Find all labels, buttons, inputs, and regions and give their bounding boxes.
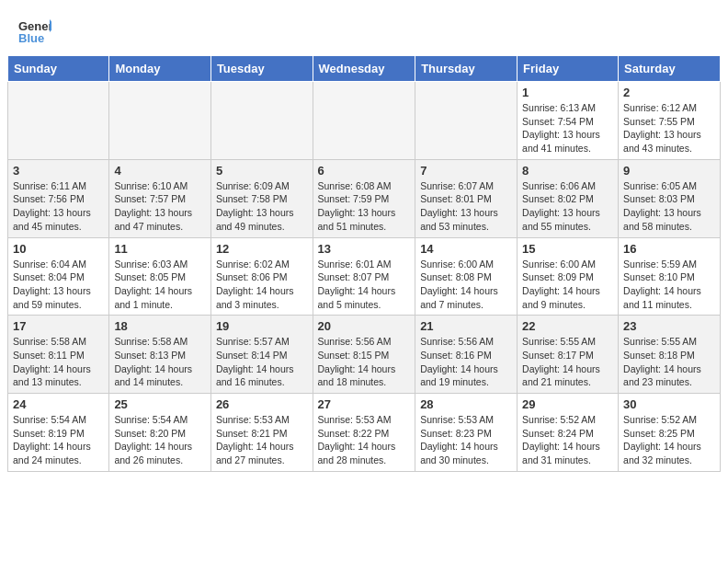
- logo-bird-icon: General Blue: [18, 15, 51, 48]
- svg-marker-2: [50, 19, 51, 32]
- day-cell: 12Sunrise: 6:02 AMSunset: 8:06 PMDayligh…: [210, 237, 313, 316]
- header-wednesday: Wednesday: [313, 56, 415, 82]
- header-thursday: Thursday: [415, 56, 518, 82]
- day-info: Sunrise: 5:58 AMSunset: 8:11 PMDaylight:…: [13, 335, 104, 389]
- day-cell: 7Sunrise: 6:07 AMSunset: 8:01 PMDaylight…: [415, 159, 518, 237]
- day-cell: 20Sunrise: 5:56 AMSunset: 8:15 PMDayligh…: [313, 316, 415, 394]
- day-number: 7: [420, 164, 512, 178]
- day-cell: 9Sunrise: 6:05 AMSunset: 8:03 PMDaylight…: [619, 159, 721, 237]
- day-cell: [109, 82, 211, 160]
- day-info: Sunrise: 5:59 AMSunset: 8:10 PMDaylight:…: [623, 258, 715, 312]
- day-number: 25: [114, 397, 206, 411]
- day-cell: 13Sunrise: 6:01 AMSunset: 8:07 PMDayligh…: [313, 237, 415, 316]
- header: General Blue: [0, 0, 728, 55]
- day-info: Sunrise: 6:10 AMSunset: 7:57 PMDaylight:…: [114, 179, 206, 234]
- day-info: Sunrise: 6:04 AMSunset: 8:04 PMDaylight:…: [13, 258, 104, 312]
- day-info: Sunrise: 5:56 AMSunset: 8:15 PMDaylight:…: [318, 335, 411, 389]
- calendar-table: Sunday Monday Tuesday Wednesday Thursday…: [7, 55, 721, 472]
- day-number: 21: [420, 319, 512, 333]
- header-tuesday: Tuesday: [210, 56, 313, 82]
- day-info: Sunrise: 6:02 AMSunset: 8:06 PMDaylight:…: [216, 258, 308, 312]
- day-number: 15: [522, 242, 613, 256]
- day-info: Sunrise: 5:53 AMSunset: 8:21 PMDaylight:…: [216, 413, 308, 467]
- day-number: 23: [623, 319, 715, 333]
- header-saturday: Saturday: [619, 56, 721, 82]
- day-info: Sunrise: 6:03 AMSunset: 8:05 PMDaylight:…: [114, 258, 206, 312]
- day-info: Sunrise: 6:09 AMSunset: 7:58 PMDaylight:…: [216, 179, 308, 234]
- day-cell: 2Sunrise: 6:12 AMSunset: 7:55 PMDaylight…: [619, 82, 721, 160]
- day-cell: 23Sunrise: 5:55 AMSunset: 8:18 PMDayligh…: [619, 316, 721, 394]
- svg-text:Blue: Blue: [18, 31, 44, 45]
- day-cell: 28Sunrise: 5:53 AMSunset: 8:23 PMDayligh…: [415, 394, 518, 472]
- day-info: Sunrise: 5:53 AMSunset: 8:22 PMDaylight:…: [318, 413, 411, 467]
- day-cell: [210, 82, 313, 160]
- week-row-4: 17Sunrise: 5:58 AMSunset: 8:11 PMDayligh…: [8, 316, 721, 394]
- days-header-row: Sunday Monday Tuesday Wednesday Thursday…: [8, 56, 721, 82]
- day-info: Sunrise: 5:55 AMSunset: 8:18 PMDaylight:…: [623, 335, 715, 389]
- day-info: Sunrise: 6:00 AMSunset: 8:09 PMDaylight:…: [522, 258, 613, 312]
- day-info: Sunrise: 6:06 AMSunset: 8:02 PMDaylight:…: [522, 179, 613, 234]
- day-cell: 17Sunrise: 5:58 AMSunset: 8:11 PMDayligh…: [8, 316, 109, 394]
- day-number: 28: [420, 397, 512, 411]
- day-number: 8: [522, 164, 613, 178]
- day-number: 4: [114, 164, 206, 178]
- day-cell: 26Sunrise: 5:53 AMSunset: 8:21 PMDayligh…: [210, 394, 313, 472]
- day-cell: 29Sunrise: 5:52 AMSunset: 8:24 PMDayligh…: [518, 394, 619, 472]
- day-cell: 3Sunrise: 6:11 AMSunset: 7:56 PMDaylight…: [8, 159, 109, 237]
- day-cell: 25Sunrise: 5:54 AMSunset: 8:20 PMDayligh…: [109, 394, 211, 472]
- day-number: 17: [13, 319, 104, 333]
- day-number: 6: [318, 164, 411, 178]
- day-info: Sunrise: 6:00 AMSunset: 8:08 PMDaylight:…: [420, 258, 512, 312]
- day-number: 18: [114, 319, 206, 333]
- day-cell: [415, 82, 518, 160]
- day-number: 2: [623, 86, 715, 99]
- week-row-2: 3Sunrise: 6:11 AMSunset: 7:56 PMDaylight…: [8, 159, 721, 237]
- day-cell: 4Sunrise: 6:10 AMSunset: 7:57 PMDaylight…: [109, 159, 211, 237]
- day-info: Sunrise: 5:54 AMSunset: 8:19 PMDaylight:…: [13, 413, 104, 467]
- day-number: 27: [318, 397, 411, 411]
- day-info: Sunrise: 5:54 AMSunset: 8:20 PMDaylight:…: [114, 413, 206, 467]
- day-info: Sunrise: 6:13 AMSunset: 7:54 PMDaylight:…: [522, 101, 613, 155]
- day-info: Sunrise: 5:52 AMSunset: 8:24 PMDaylight:…: [522, 413, 613, 467]
- day-cell: 1Sunrise: 6:13 AMSunset: 7:54 PMDaylight…: [518, 82, 619, 160]
- header-monday: Monday: [109, 56, 211, 82]
- day-cell: 22Sunrise: 5:55 AMSunset: 8:17 PMDayligh…: [518, 316, 619, 394]
- calendar-wrapper: Sunday Monday Tuesday Wednesday Thursday…: [0, 55, 728, 479]
- logo: General Blue: [18, 15, 51, 48]
- day-cell: 16Sunrise: 5:59 AMSunset: 8:10 PMDayligh…: [619, 237, 721, 316]
- day-info: Sunrise: 6:12 AMSunset: 7:55 PMDaylight:…: [623, 101, 715, 155]
- day-cell: 6Sunrise: 6:08 AMSunset: 7:59 PMDaylight…: [313, 159, 415, 237]
- day-number: 12: [216, 242, 308, 256]
- header-sunday: Sunday: [8, 56, 109, 82]
- day-cell: [8, 82, 109, 160]
- day-info: Sunrise: 6:07 AMSunset: 8:01 PMDaylight:…: [420, 179, 512, 234]
- day-cell: 15Sunrise: 6:00 AMSunset: 8:09 PMDayligh…: [518, 237, 619, 316]
- day-cell: 24Sunrise: 5:54 AMSunset: 8:19 PMDayligh…: [8, 394, 109, 472]
- day-cell: 30Sunrise: 5:52 AMSunset: 8:25 PMDayligh…: [619, 394, 721, 472]
- day-info: Sunrise: 5:58 AMSunset: 8:13 PMDaylight:…: [114, 335, 206, 389]
- day-number: 11: [114, 242, 206, 256]
- day-number: 14: [420, 242, 512, 256]
- day-cell: 14Sunrise: 6:00 AMSunset: 8:08 PMDayligh…: [415, 237, 518, 316]
- day-cell: 21Sunrise: 5:56 AMSunset: 8:16 PMDayligh…: [415, 316, 518, 394]
- day-info: Sunrise: 6:05 AMSunset: 8:03 PMDaylight:…: [623, 179, 715, 234]
- day-cell: 19Sunrise: 5:57 AMSunset: 8:14 PMDayligh…: [210, 316, 313, 394]
- day-number: 13: [318, 242, 411, 256]
- day-number: 10: [13, 242, 104, 256]
- day-info: Sunrise: 5:56 AMSunset: 8:16 PMDaylight:…: [420, 335, 512, 389]
- day-cell: 18Sunrise: 5:58 AMSunset: 8:13 PMDayligh…: [109, 316, 211, 394]
- day-number: 16: [623, 242, 715, 256]
- day-number: 19: [216, 319, 308, 333]
- day-info: Sunrise: 5:53 AMSunset: 8:23 PMDaylight:…: [420, 413, 512, 467]
- day-number: 24: [13, 397, 104, 411]
- day-cell: 5Sunrise: 6:09 AMSunset: 7:58 PMDaylight…: [210, 159, 313, 237]
- day-info: Sunrise: 6:08 AMSunset: 7:59 PMDaylight:…: [318, 179, 411, 234]
- day-number: 5: [216, 164, 308, 178]
- day-cell: 11Sunrise: 6:03 AMSunset: 8:05 PMDayligh…: [109, 237, 211, 316]
- day-info: Sunrise: 6:11 AMSunset: 7:56 PMDaylight:…: [13, 179, 104, 234]
- day-number: 29: [522, 397, 613, 411]
- day-info: Sunrise: 6:01 AMSunset: 8:07 PMDaylight:…: [318, 258, 411, 312]
- day-number: 30: [623, 397, 715, 411]
- week-row-5: 24Sunrise: 5:54 AMSunset: 8:19 PMDayligh…: [8, 394, 721, 472]
- day-cell: 27Sunrise: 5:53 AMSunset: 8:22 PMDayligh…: [313, 394, 415, 472]
